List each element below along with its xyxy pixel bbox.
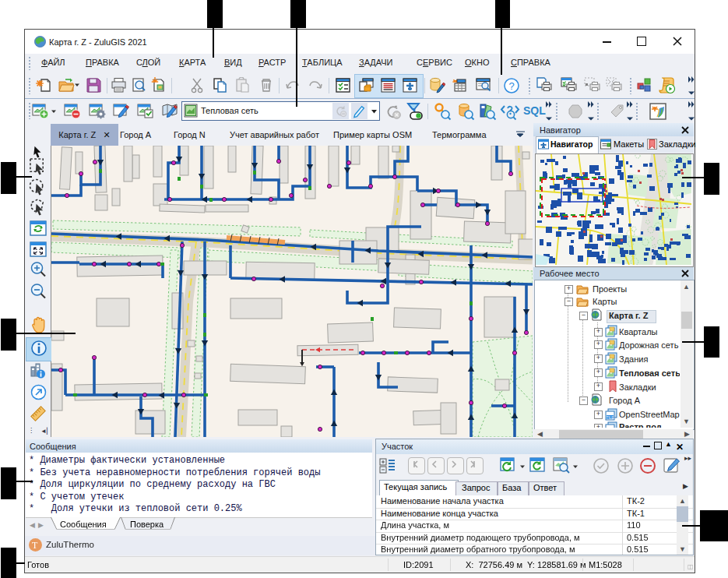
svg-text:TILE: TILE bbox=[607, 416, 614, 420]
svg-text:?: ? bbox=[508, 80, 514, 92]
